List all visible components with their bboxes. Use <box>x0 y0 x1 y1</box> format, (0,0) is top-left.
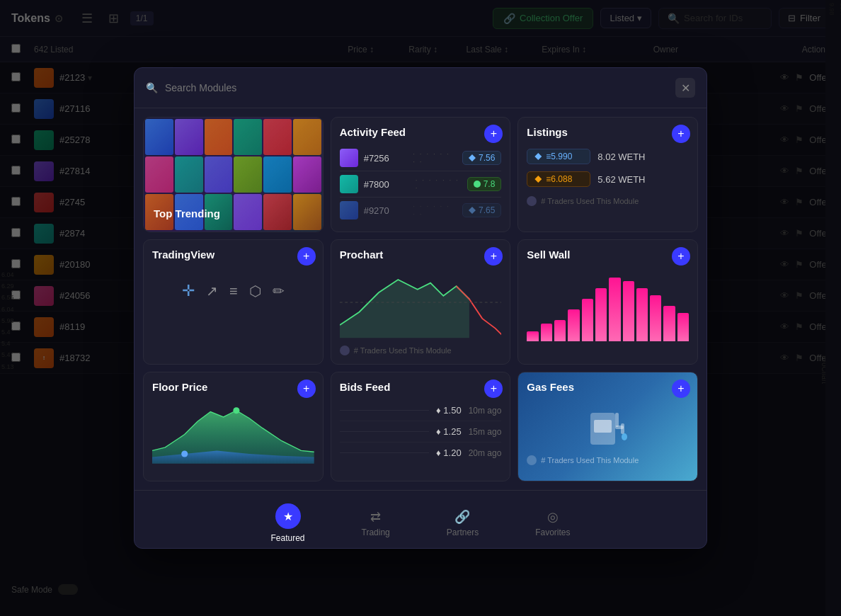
eth-diamond-icon <box>469 154 476 161</box>
activity-header: Activity Feed + <box>340 126 502 138</box>
eth-diamond-icon <box>534 153 542 160</box>
trending-cell <box>293 194 321 230</box>
trending-cell <box>293 119 321 155</box>
bid-line <box>340 410 429 411</box>
listings-card[interactable]: Listings + ≡5.990 8.02 WETH ≡6.088 5.62 <box>517 117 698 232</box>
gas-header: Gas Fees + <box>527 381 689 393</box>
bids-feed-card[interactable]: Bids Feed + ♦ 1.50 10m ago ♦ 1.25 15m ag… <box>331 372 511 481</box>
trending-cell <box>175 119 203 155</box>
partners-icon: 🔗 <box>454 509 470 525</box>
sw-bar <box>527 331 538 341</box>
prochart-chart <box>340 263 502 341</box>
tradingview-add-button[interactable]: + <box>297 247 316 266</box>
tv-icons: ✛ ↗ ≡ ⬡ ✏ <box>152 275 314 307</box>
gas-traders-text: # Traders Used This Module <box>541 456 639 464</box>
gas-pump-icon <box>580 399 636 455</box>
tab-partners[interactable]: 🔗 Partners <box>418 505 507 542</box>
gas-icon-container <box>527 399 689 455</box>
bid-amount: ♦ 1.50 <box>436 405 462 416</box>
trader-icon <box>527 455 537 465</box>
activity-price: 7.65 <box>462 203 501 217</box>
trending-cell <box>263 156 292 193</box>
listing-row: ≡6.088 5.62 WETH <box>527 168 689 190</box>
activity-feed-title: Activity Feed <box>340 126 406 138</box>
trading-label: Trading <box>362 527 390 537</box>
sw-bar <box>568 309 579 341</box>
prochart-card[interactable]: Prochart + # Traders Used This Module <box>331 239 511 365</box>
bid-time: 15m ago <box>469 427 502 437</box>
floor-price-card[interactable]: Floor Price + <box>143 372 324 481</box>
activity-separator: · · · · · · · · <box>416 176 462 192</box>
listing-value: 5.62 WETH <box>597 174 645 185</box>
svg-point-5 <box>181 450 188 457</box>
trendline-icon: ↗ <box>206 283 218 300</box>
activity-feed-add-button[interactable]: + <box>484 125 503 143</box>
floor-price-chart <box>152 396 314 467</box>
svg-point-11 <box>622 433 627 440</box>
sw-bar <box>582 299 593 341</box>
modal-search-icon: 🔍 <box>146 82 158 93</box>
bid-time: 20m ago <box>469 448 502 458</box>
bid-line <box>340 431 429 432</box>
sw-bar <box>677 313 689 341</box>
trading-icon: ⇄ <box>370 509 381 525</box>
bid-row: ♦ 1.50 10m ago <box>340 400 502 421</box>
pencil-icon: ✏ <box>273 283 285 300</box>
tradingview-card[interactable]: TradingView + ✛ ↗ ≡ ⬡ ✏ <box>143 239 324 365</box>
gas-fees-add-button[interactable]: + <box>672 380 690 398</box>
trader-icon <box>527 196 537 206</box>
tab-favorites[interactable]: ◎ Favorites <box>507 505 598 542</box>
trending-cell <box>145 119 173 155</box>
gas-fees-card[interactable]: Gas Fees + <box>517 372 698 481</box>
sw-bar <box>541 324 552 341</box>
node-icon: ⬡ <box>249 283 261 300</box>
sell-wall-title: Sell Wall <box>527 249 570 261</box>
featured-label: Featured <box>271 533 305 543</box>
sw-bar <box>663 306 675 341</box>
bids-feed-add-button[interactable]: + <box>484 380 503 398</box>
listing-value: 8.02 WETH <box>597 152 645 162</box>
top-trending-card[interactable]: Top Trending <box>143 117 324 232</box>
lines-icon: ≡ <box>229 283 238 300</box>
tab-featured[interactable]: ★ Featured <box>243 499 333 547</box>
modal-search-bar: 🔍 ✕ <box>135 68 706 108</box>
listings-title: Listings <box>527 126 568 138</box>
activity-token-id: #7256 <box>364 153 408 164</box>
top-trending-title: Top Trending <box>154 207 220 219</box>
activity-feed-card[interactable]: Activity Feed + #7256 · · · · · · · · 7.… <box>331 117 511 232</box>
bid-line <box>340 452 429 453</box>
trending-cell <box>234 119 262 155</box>
activity-price: 7.8 <box>467 177 502 191</box>
crosshair-icon: ✛ <box>182 282 195 300</box>
sell-wall-card[interactable]: Sell Wall + <box>517 239 698 365</box>
bid-amount: ♦ 1.20 <box>436 447 462 458</box>
modal-close-button[interactable]: ✕ <box>675 78 695 98</box>
floor-price-add-button[interactable]: + <box>297 380 316 398</box>
tv-header: TradingView + <box>152 249 314 261</box>
gas-traders: # Traders Used This Module <box>527 455 689 465</box>
bid-row: ♦ 1.25 15m ago <box>340 421 502 443</box>
prochart-traders: # Traders Used This Module <box>340 346 502 355</box>
trending-cell <box>145 156 173 193</box>
sell-wall-bars <box>527 263 689 341</box>
partners-label: Partners <box>447 527 479 537</box>
green-circle-icon <box>474 181 481 188</box>
trending-cell <box>205 119 233 155</box>
modal-overlay[interactable]: 🔍 ✕ <box>0 0 841 616</box>
trending-title-overlay: Top Trending <box>154 207 220 220</box>
sw-bar <box>595 288 607 341</box>
floor-price-title: Floor Price <box>152 381 207 393</box>
avatar <box>340 201 358 219</box>
avatar <box>340 175 358 193</box>
tab-trading[interactable]: ⇄ Trading <box>333 505 418 542</box>
sw-bar <box>650 295 661 341</box>
trader-icon <box>340 346 350 355</box>
sell-wall-add-button[interactable]: + <box>672 247 690 266</box>
svg-rect-10 <box>621 423 624 434</box>
prochart-header: Prochart + <box>340 249 502 261</box>
floor-price-header: Floor Price + <box>152 381 314 393</box>
trending-cell <box>293 156 321 193</box>
bid-amount: ♦ 1.25 <box>436 426 462 437</box>
listings-add-button[interactable]: + <box>672 125 690 143</box>
module-search-input[interactable] <box>165 82 668 93</box>
